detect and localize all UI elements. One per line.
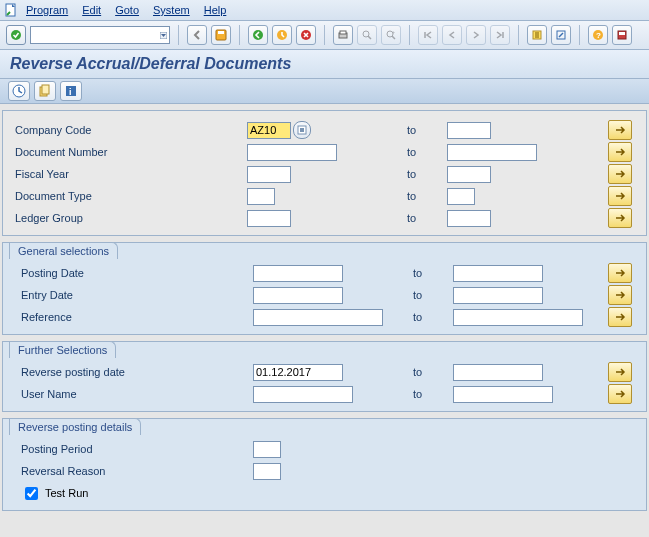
label-company-code: Company Code bbox=[15, 124, 247, 136]
standard-toolbar: + ? bbox=[0, 21, 649, 50]
find-next-button[interactable]: + bbox=[381, 25, 401, 45]
posting-date-to[interactable] bbox=[453, 265, 543, 282]
to-label: to bbox=[413, 311, 453, 323]
label-ledger-group: Ledger Group bbox=[15, 212, 247, 224]
svg-point-5 bbox=[253, 30, 263, 40]
multiple-selection-button[interactable] bbox=[608, 263, 632, 283]
to-label: to bbox=[407, 146, 447, 158]
svg-text:i: i bbox=[69, 87, 72, 97]
f4-help-button[interactable] bbox=[293, 121, 311, 139]
label-posting-date: Posting Date bbox=[15, 267, 253, 279]
entry-date-from[interactable] bbox=[253, 287, 343, 304]
find-button[interactable] bbox=[357, 25, 377, 45]
multiple-selection-button[interactable] bbox=[608, 384, 632, 404]
to-label: to bbox=[407, 168, 447, 180]
to-label: to bbox=[407, 190, 447, 202]
fiscal-year-to[interactable] bbox=[447, 166, 491, 183]
to-label: to bbox=[413, 366, 453, 378]
fiscal-year-from[interactable] bbox=[247, 166, 291, 183]
new-session-button[interactable] bbox=[527, 25, 547, 45]
reverse-posting-date-from[interactable] bbox=[253, 364, 343, 381]
company-code-from[interactable] bbox=[247, 122, 291, 139]
svg-rect-27 bbox=[300, 128, 304, 132]
svg-text:+: + bbox=[392, 29, 395, 35]
to-label: to bbox=[407, 124, 447, 136]
multiple-selection-button[interactable] bbox=[608, 120, 632, 140]
label-reversal-reason: Reversal Reason bbox=[15, 465, 253, 477]
document-number-from[interactable] bbox=[247, 144, 337, 161]
svg-rect-20 bbox=[619, 32, 625, 35]
reference-from[interactable] bbox=[253, 309, 383, 326]
menu-help[interactable]: Help bbox=[204, 4, 227, 16]
to-label: to bbox=[413, 267, 453, 279]
multiple-selection-button[interactable] bbox=[608, 186, 632, 206]
group-further-selections: Further Selections bbox=[9, 341, 116, 358]
menu-edit[interactable]: Edit bbox=[82, 4, 101, 16]
multiple-selection-button[interactable] bbox=[608, 285, 632, 305]
svg-line-13 bbox=[392, 36, 395, 39]
label-reverse-posting-date: Reverse posting date bbox=[15, 366, 253, 378]
execute-button[interactable] bbox=[8, 81, 30, 101]
document-number-to[interactable] bbox=[447, 144, 537, 161]
reverse-posting-date-to[interactable] bbox=[453, 364, 543, 381]
svg-rect-9 bbox=[340, 31, 346, 34]
ledger-group-from[interactable] bbox=[247, 210, 291, 227]
program-docu-button[interactable]: i bbox=[60, 81, 82, 101]
reference-to[interactable] bbox=[453, 309, 583, 326]
label-fiscal-year: Fiscal Year bbox=[15, 168, 247, 180]
label-reference: Reference bbox=[15, 311, 253, 323]
menu-bar: Program Edit Goto System Help bbox=[0, 0, 649, 21]
ledger-group-to[interactable] bbox=[447, 210, 491, 227]
posting-period-input[interactable] bbox=[253, 441, 281, 458]
entry-date-to[interactable] bbox=[453, 287, 543, 304]
page-title: Reverse Accrual/Deferral Documents bbox=[10, 55, 291, 73]
get-variant-button[interactable] bbox=[34, 81, 56, 101]
save-button[interactable] bbox=[211, 25, 231, 45]
back-arrow-button[interactable] bbox=[248, 25, 268, 45]
svg-line-11 bbox=[368, 36, 371, 39]
posting-date-from[interactable] bbox=[253, 265, 343, 282]
menu-program[interactable]: Program bbox=[26, 4, 68, 16]
multiple-selection-button[interactable] bbox=[608, 208, 632, 228]
multiple-selection-button[interactable] bbox=[608, 362, 632, 382]
user-name-to[interactable] bbox=[453, 386, 553, 403]
command-field[interactable] bbox=[30, 26, 170, 44]
test-run-checkbox[interactable] bbox=[25, 487, 38, 500]
last-page-button[interactable] bbox=[490, 25, 510, 45]
selection-screen: Company Code to Document Number to Fisca… bbox=[0, 104, 649, 537]
title-band: Reverse Accrual/Deferral Documents bbox=[0, 50, 649, 79]
company-code-to[interactable] bbox=[447, 122, 491, 139]
document-type-to[interactable] bbox=[447, 188, 475, 205]
menu-system[interactable]: System bbox=[153, 4, 190, 16]
back-button[interactable] bbox=[187, 25, 207, 45]
document-type-from[interactable] bbox=[247, 188, 275, 205]
print-button[interactable] bbox=[333, 25, 353, 45]
app-toolbar: i bbox=[0, 79, 649, 104]
next-page-button[interactable] bbox=[466, 25, 486, 45]
exit-button[interactable] bbox=[272, 25, 292, 45]
label-document-type: Document Type bbox=[15, 190, 247, 202]
reversal-reason-input[interactable] bbox=[253, 463, 281, 480]
prev-page-button[interactable] bbox=[442, 25, 462, 45]
multiple-selection-button[interactable] bbox=[608, 142, 632, 162]
label-document-number: Document Number bbox=[15, 146, 247, 158]
svg-rect-4 bbox=[218, 31, 224, 34]
help-button[interactable]: ? bbox=[588, 25, 608, 45]
group-general-selections: General selections bbox=[9, 242, 118, 259]
label-user-name: User Name bbox=[15, 388, 253, 400]
new-shortcut-button[interactable] bbox=[551, 25, 571, 45]
group-reverse-posting-details: Reverse posting details bbox=[9, 418, 141, 435]
user-name-from[interactable] bbox=[253, 386, 353, 403]
svg-rect-23 bbox=[42, 85, 49, 94]
multiple-selection-button[interactable] bbox=[608, 164, 632, 184]
to-label: to bbox=[407, 212, 447, 224]
label-test-run: Test Run bbox=[45, 487, 88, 499]
first-page-button[interactable] bbox=[418, 25, 438, 45]
to-label: to bbox=[413, 388, 453, 400]
cancel-button[interactable] bbox=[296, 25, 316, 45]
enter-button[interactable] bbox=[6, 25, 26, 45]
label-posting-period: Posting Period bbox=[15, 443, 253, 455]
multiple-selection-button[interactable] bbox=[608, 307, 632, 327]
local-layout-button[interactable] bbox=[612, 25, 632, 45]
menu-goto[interactable]: Goto bbox=[115, 4, 139, 16]
